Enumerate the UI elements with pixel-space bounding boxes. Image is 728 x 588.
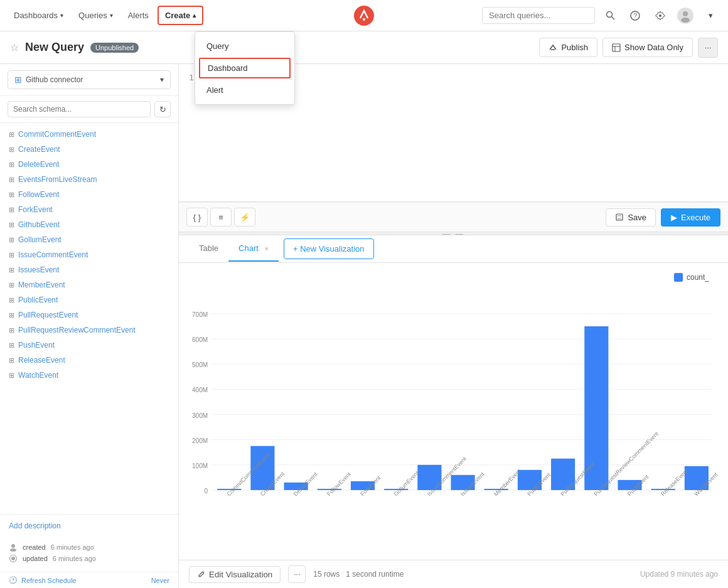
results-area: Table Chart × + New Visualization count_… <box>179 235 728 588</box>
table-icon: ⊞ <box>9 131 14 139</box>
svg-point-2 <box>606 12 612 18</box>
refresh-schedule-label: Refresh Schedule <box>21 577 76 584</box>
nav-queries-label: Queries <box>78 11 107 20</box>
format-button[interactable]: { } <box>186 208 208 227</box>
schema-table-item[interactable]: ⊞CreateEvent <box>0 142 178 157</box>
tab-new-visualization[interactable]: + New Visualization <box>284 238 374 259</box>
schema-table-item[interactable]: ⊞ForkEvent <box>0 202 178 217</box>
svg-point-8 <box>681 18 690 23</box>
nav-alerts[interactable]: Alerts <box>122 7 155 24</box>
schema-search-input[interactable] <box>8 101 151 117</box>
more-options-button[interactable]: ··· <box>698 38 718 58</box>
svg-point-13 <box>10 548 16 552</box>
runtime-info: 15 rows 1 second runtime <box>313 570 633 579</box>
schema-table-item[interactable]: ⊞IssuesEvent <box>0 262 178 277</box>
nav-dashboards[interactable]: Dashboards ▾ <box>8 7 70 24</box>
query-titlebar: ☆ New Query Unpublished Publish Show Dat… <box>0 31 728 64</box>
chart-container: count_ 700M 600M 500M 400M 300M 200M 100… <box>179 263 728 560</box>
table-icon: ⊞ <box>9 206 14 214</box>
svg-text:600M: 600M <box>192 336 208 343</box>
svg-text:0: 0 <box>205 488 208 494</box>
top-navigation: Dashboards ▾ Queries ▾ Alerts Create ▴ <box>0 0 728 31</box>
dropdown-item-query[interactable]: Query <box>195 36 294 56</box>
schema-table-item[interactable]: ⊞ReleaseEvent <box>0 353 178 368</box>
table-icon: ⊞ <box>9 146 14 154</box>
chevron-up-icon: ▴ <box>193 12 196 19</box>
schema-table-item[interactable]: ⊞CommitCommentEvent <box>0 127 178 142</box>
sidebar-footer: Add description <box>0 514 178 537</box>
lightning-button[interactable]: ⚡ <box>234 208 255 227</box>
execute-button[interactable]: ▶ Execute <box>661 208 720 227</box>
search-icon-btn[interactable] <box>600 6 620 26</box>
dropdown-item-dashboard[interactable]: Dashboard <box>199 58 291 78</box>
titlebar-actions: Publish Show Data Only ··· <box>539 38 718 58</box>
schema-search-area: ↻ <box>0 96 178 123</box>
svg-point-7 <box>683 11 688 16</box>
edit-visualization-button[interactable]: Edit Visualization <box>189 566 281 583</box>
connector-name: Github connector <box>26 75 156 84</box>
play-icon: ▶ <box>671 213 677 222</box>
chevron-down-icon: ▾ <box>709 11 713 20</box>
svg-text:?: ? <box>634 13 638 19</box>
schema-table-item[interactable]: ⊞PushEvent <box>0 338 178 353</box>
table-icon: ⊞ <box>9 251 14 259</box>
show-data-button[interactable]: Show Data Only <box>602 38 693 57</box>
nav-dashboards-label: Dashboards <box>14 11 58 20</box>
editor-area: 1 SELECT { } by Type { } ≡ ⚡ <box>179 64 728 588</box>
bottom-bar: Edit Visualization ··· 15 rows 1 second … <box>179 560 728 588</box>
schema-table-item[interactable]: ⊞GithubEvent <box>0 217 178 232</box>
main-layout: ⊞ Github connector ▾ ↻ ⊞CommitCommentEve… <box>0 64 728 588</box>
more-options-bottom-button[interactable]: ··· <box>288 565 306 583</box>
star-icon[interactable]: ☆ <box>10 41 19 53</box>
tab-chart[interactable]: Chart × <box>228 236 279 262</box>
avatar[interactable] <box>675 6 695 26</box>
schema-table-item[interactable]: ⊞PublicEvent <box>0 292 178 307</box>
schema-table-item[interactable]: ⊞GollumEvent <box>0 232 178 247</box>
chevron-down-icon: ▾ <box>110 12 113 19</box>
svg-text:500M: 500M <box>192 361 208 368</box>
connector-dropdown[interactable]: ⊞ Github connector ▾ <box>8 70 171 89</box>
connector-icon: ⊞ <box>14 75 22 85</box>
svg-text:400M: 400M <box>192 387 208 393</box>
svg-rect-18 <box>618 218 621 220</box>
save-button[interactable]: Save <box>606 208 656 227</box>
tab-chart-close[interactable]: × <box>265 245 269 252</box>
legend-label: count_ <box>687 273 709 282</box>
add-description-link[interactable]: Add description <box>9 521 61 530</box>
created-label: created <box>23 543 46 551</box>
refresh-schedule-row[interactable]: 🕐 Refresh Schedule Never <box>0 572 178 588</box>
updated-time: 6 minutes ago <box>53 555 96 562</box>
svg-text:700M: 700M <box>192 311 208 318</box>
help-icon-btn[interactable]: ? <box>625 6 645 26</box>
legend-color-swatch <box>674 273 683 282</box>
schema-table-item[interactable]: ⊞EventsFromLiveStream <box>0 172 178 187</box>
chevron-down-icon: ▾ <box>160 75 164 84</box>
dropdown-item-alert[interactable]: Alert <box>195 80 294 100</box>
table-icon: ⊞ <box>9 326 14 334</box>
svg-text:FollowEvent: FollowEvent <box>326 471 352 497</box>
nav-queries[interactable]: Queries ▾ <box>72 7 119 24</box>
schema-table-item[interactable]: ⊞MemberEvent <box>0 277 178 292</box>
tab-table[interactable]: Table <box>189 236 228 262</box>
schema-table-item[interactable]: ⊞IssueCommentEvent <box>0 247 178 262</box>
schema-table-item[interactable]: ⊞PullRequestEvent <box>0 307 178 323</box>
bar-chart: 700M 600M 500M 400M 300M 200M 100M 0 <box>189 269 718 553</box>
tabs-bar: Table Chart × + New Visualization <box>179 235 728 263</box>
schema-table-item[interactable]: ⊞PullRequestReviewCommentEvent <box>0 323 178 338</box>
table-icon: ⊞ <box>9 296 14 304</box>
schema-table-item[interactable]: ⊞FollowEvent <box>0 187 178 202</box>
expand-icon-btn[interactable]: ▾ <box>700 6 720 26</box>
nav-alerts-label: Alerts <box>128 11 149 20</box>
publish-button[interactable]: Publish <box>539 38 597 57</box>
query-title: New Query <box>25 41 84 54</box>
create-button[interactable]: Create ▴ <box>158 6 203 25</box>
schema-table-item[interactable]: ⊞DeleteEvent <box>0 157 178 172</box>
schema-button[interactable]: ≡ <box>210 208 232 227</box>
sidebar: ⊞ Github connector ▾ ↻ ⊞CommitCommentEve… <box>0 64 179 588</box>
editor-tools: { } ≡ ⚡ <box>186 208 255 227</box>
status-badge: Unpublished <box>90 43 139 53</box>
schema-table-item[interactable]: ⊞WatchEvent <box>0 368 178 383</box>
settings-icon-btn[interactable] <box>650 6 670 26</box>
schema-refresh-button[interactable]: ↻ <box>154 101 171 117</box>
search-input[interactable] <box>482 7 595 24</box>
